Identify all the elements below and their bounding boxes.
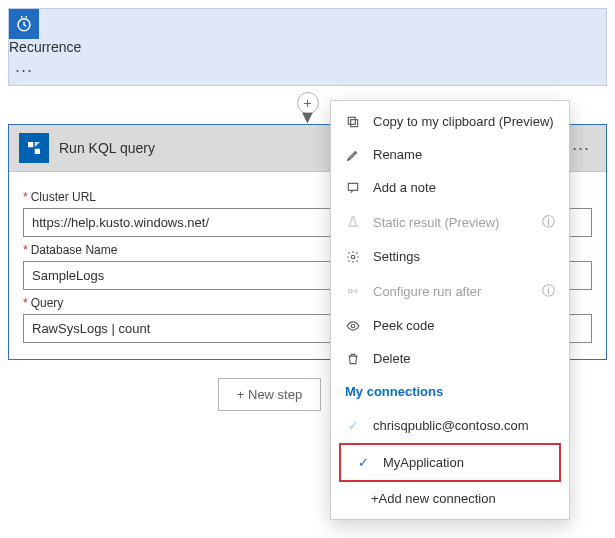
svg-point-7 — [351, 324, 355, 328]
svg-rect-4 — [348, 183, 357, 190]
menu-add-note[interactable]: Add a note — [331, 171, 569, 204]
menu-configure-run-after: Configure run after ⓘ — [331, 273, 569, 309]
connection-item-0[interactable]: ✓ chrisqpublic@contoso.com — [331, 408, 569, 419]
copy-icon — [345, 115, 361, 129]
action-more-button[interactable]: ··· — [566, 133, 596, 163]
menu-rename[interactable]: Rename — [331, 138, 569, 171]
kql-icon — [19, 133, 49, 163]
trash-icon — [345, 352, 361, 366]
clock-icon — [9, 9, 39, 39]
trigger-card[interactable]: Recurrence ··· — [8, 8, 607, 86]
svg-rect-2 — [351, 119, 358, 126]
eye-icon — [345, 319, 361, 333]
flask-icon — [345, 215, 361, 229]
info-icon: ⓘ — [542, 282, 555, 300]
check-icon: ✓ — [345, 418, 361, 419]
pencil-icon — [345, 148, 361, 162]
trigger-more-button[interactable]: ··· — [9, 55, 39, 85]
run-after-icon — [345, 284, 361, 298]
svg-point-5 — [351, 255, 355, 259]
svg-rect-3 — [348, 117, 355, 124]
svg-point-6 — [348, 289, 352, 293]
note-icon — [345, 181, 361, 195]
gear-icon — [345, 250, 361, 264]
new-step-button[interactable]: + New step — [218, 378, 321, 411]
menu-static-result: Static result (Preview) ⓘ — [331, 204, 569, 240]
context-menu: Copy to my clipboard (Preview) Rename Ad… — [330, 100, 570, 419]
menu-delete[interactable]: Delete — [331, 342, 569, 375]
arrow-down-icon: ▼ — [299, 112, 317, 122]
info-icon: ⓘ — [542, 213, 555, 231]
menu-settings[interactable]: Settings — [331, 240, 569, 273]
menu-copy[interactable]: Copy to my clipboard (Preview) — [331, 105, 569, 138]
my-connections-header: My connections — [331, 375, 569, 408]
menu-peek-code[interactable]: Peek code — [331, 309, 569, 342]
trigger-title: Recurrence — [9, 39, 606, 55]
